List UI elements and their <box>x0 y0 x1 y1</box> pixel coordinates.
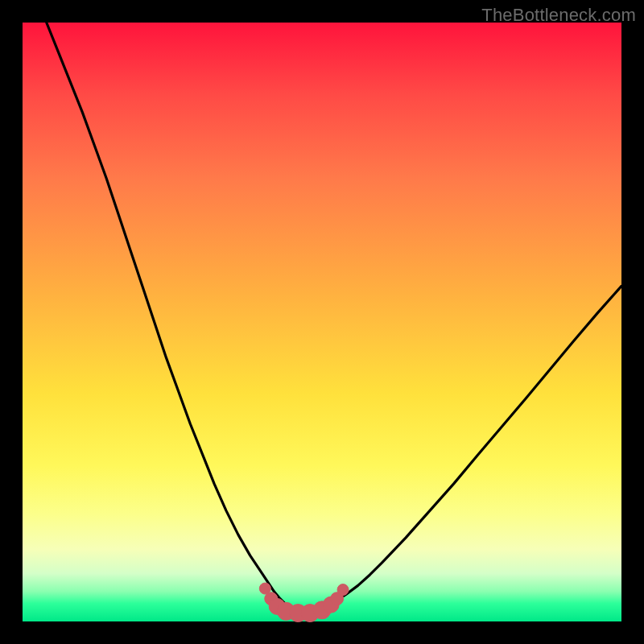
bottleneck-curve <box>47 23 621 612</box>
chart-frame: TheBottleneck.com <box>0 0 644 644</box>
plot-area <box>23 23 621 621</box>
trough-marker <box>337 584 349 596</box>
chart-svg <box>23 23 621 621</box>
